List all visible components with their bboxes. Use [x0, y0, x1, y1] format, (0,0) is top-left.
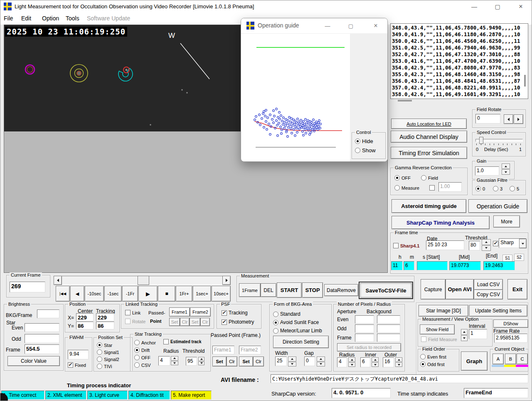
gain-spinner[interactable] — [502, 163, 510, 175]
position-set-star-radio[interactable]: Star — [97, 342, 112, 348]
minus-1frame-button[interactable]: -1Fr — [122, 286, 138, 302]
inner-spinner[interactable] — [372, 357, 379, 367]
linked-frame1-field[interactable]: Frame1 — [169, 307, 190, 317]
gamma-field-radio[interactable]: Field — [421, 175, 438, 181]
object-c-button[interactable]: C — [517, 354, 528, 364]
interval-spinner[interactable] — [461, 329, 468, 342]
sharpcap-version-input[interactable]: 4. 0. 9571. 0 — [332, 388, 391, 398]
auto-location-led-button[interactable]: Auto Location for LED — [391, 119, 467, 129]
video-scrollbar-thumb[interactable] — [138, 276, 149, 285]
standard-radio[interactable]: Standard — [273, 311, 300, 317]
start-button[interactable]: START — [277, 282, 302, 298]
psf-photometry-checkbox[interactable]: Photometry — [222, 319, 254, 325]
inner-input[interactable]: 6 — [360, 357, 370, 367]
del-button[interactable]: DEL — [261, 283, 276, 297]
psf-tracking-checkbox[interactable]: Tracking — [222, 310, 248, 316]
step-back-button[interactable]: ◀ — [70, 286, 84, 302]
gap-spinner[interactable] — [317, 356, 325, 367]
color-value-button[interactable]: Color Value — [7, 356, 60, 366]
center-x-input[interactable]: 229 — [76, 313, 94, 321]
maximize-button[interactable]: ▢ — [486, 0, 509, 13]
direction-setting-button[interactable]: Direction Setting — [273, 336, 329, 348]
fwhm-input[interactable]: 9.94 — [68, 350, 89, 359]
passed-set1-button[interactable]: Set — [212, 356, 227, 366]
meteor-limb-radio[interactable]: Meteor/Lunar Limb — [273, 328, 322, 334]
jump-start-button[interactable]: |◀◀ — [56, 286, 70, 302]
passed-clr1-button[interactable]: Clr — [227, 356, 237, 366]
field-measure-checkbox[interactable]: Field Measure — [421, 337, 457, 342]
frame-aperture-input[interactable] — [355, 334, 374, 342]
odd-aperture-input[interactable] — [355, 324, 374, 333]
menu-option[interactable]: Option — [42, 15, 59, 22]
outer-spinner[interactable] — [395, 357, 402, 367]
copy-csv-button[interactable]: Copy CSV — [474, 290, 503, 300]
data-remove-button[interactable]: DataRemove — [324, 284, 358, 296]
rotate-checkbox[interactable]: Rotate — [125, 319, 145, 324]
object-a-button[interactable]: A — [493, 354, 504, 364]
bkg-frame-input[interactable] — [37, 309, 59, 318]
gaussian-3-radio[interactable]: 3 — [493, 186, 502, 191]
minus-10sec-button[interactable]: -10sec — [85, 286, 104, 302]
show-radio[interactable]: Show — [355, 147, 376, 153]
opguide-close-button[interactable]: × — [366, 18, 386, 33]
fwhm-fixed-checkbox[interactable]: Fixed — [68, 362, 86, 368]
linked-set2-button[interactable]: Set — [190, 318, 200, 326]
linked-clr2-button[interactable]: Clr — [200, 318, 210, 326]
play-button[interactable]: ▶ — [138, 286, 158, 302]
close-button[interactable]: × — [509, 0, 532, 13]
passed-frame2-input[interactable]: Frame2 — [239, 346, 261, 354]
stop-button[interactable]: STOP — [302, 282, 323, 298]
passed-frame1-input[interactable]: Frame1 — [212, 346, 234, 354]
linked-clr1-button[interactable]: Clr — [180, 318, 190, 326]
gap-input[interactable]: 0 — [304, 356, 315, 366]
gaussian-0-radio[interactable]: 0 — [475, 186, 485, 191]
gaussian-5-radio[interactable]: 5 — [510, 186, 519, 191]
timestamp-indicates-input[interactable]: FrameEnd — [464, 388, 528, 398]
even-aperture-input[interactable] — [355, 315, 374, 324]
date-input[interactable]: 25 10 23 — [426, 240, 464, 250]
star-odd-input[interactable] — [25, 334, 59, 343]
outer-input[interactable]: 16 — [383, 357, 394, 367]
gamma-measure-radio[interactable]: Measure — [394, 185, 419, 191]
linked-set1-button[interactable]: Set — [169, 318, 180, 326]
passed-clr2-button[interactable]: Clr — [253, 356, 264, 366]
current-frame-input[interactable]: 269 — [10, 282, 45, 292]
link-checkbox[interactable]: Link — [125, 310, 140, 315]
frame-background-input[interactable] — [377, 334, 400, 342]
radius-input[interactable]: 4 — [337, 357, 347, 367]
show-field-button[interactable]: Show Field — [420, 324, 455, 334]
scroll-left-button[interactable] — [54, 276, 62, 285]
menu-tools[interactable]: Tools — [66, 15, 79, 22]
end-seconds-input[interactable]: 19.2463 — [483, 261, 515, 270]
exit-button[interactable]: Exit — [507, 279, 527, 300]
minus-1sec-button[interactable]: -1sec — [104, 286, 122, 302]
sharp-dropdown-arrow[interactable] — [519, 239, 527, 248]
measurement-data-list[interactable]: 348.0,43.4,"",11,06,45.7800,45.9490,,,,1… — [390, 23, 528, 99]
off-radio[interactable]: OFF — [134, 355, 150, 360]
tracking-radius-input[interactable]: 4 — [158, 356, 170, 366]
center-y-input[interactable]: 86 — [76, 322, 94, 329]
plus-10sec-button[interactable]: 10sec+ — [212, 286, 231, 302]
tracking-threshold-spinner[interactable] — [198, 357, 204, 366]
hide-radio[interactable]: Hide — [355, 138, 373, 144]
minimize-button[interactable]: — — [463, 0, 486, 13]
graph-button[interactable]: Graph — [461, 351, 488, 371]
gamma-value-input[interactable]: 1.00 — [438, 182, 462, 192]
opguide-maximize-button[interactable]: ▢ — [341, 18, 361, 33]
passed-set2-button[interactable]: Set — [239, 356, 253, 366]
position-set-signal1-radio[interactable]: Signal1 — [97, 349, 119, 355]
tracking-y-input[interactable]: 86 — [96, 322, 114, 329]
radius-spinner[interactable] — [348, 357, 355, 367]
set-radius-button[interactable]: Set radius to recorded — [337, 343, 401, 351]
update-setting-items-button[interactable]: Update Setting Items — [469, 305, 527, 317]
csv-radio[interactable]: CSV — [134, 362, 151, 368]
menu-file[interactable]: File — [4, 15, 13, 22]
stop-playback-button[interactable]: ■ — [158, 286, 175, 302]
load-csv-button[interactable]: Load CSV — [474, 279, 503, 290]
tracking-threshold-input[interactable]: 95 — [186, 357, 197, 366]
field-rotate-left-button[interactable] — [504, 114, 513, 124]
gamma-off-radio[interactable]: OFF — [394, 175, 411, 181]
menu-software-update[interactable]: Software Update — [87, 15, 130, 22]
drift-radio[interactable]: Drift — [134, 347, 150, 353]
vertical-scrollbar-thumb[interactable] — [524, 75, 526, 87]
